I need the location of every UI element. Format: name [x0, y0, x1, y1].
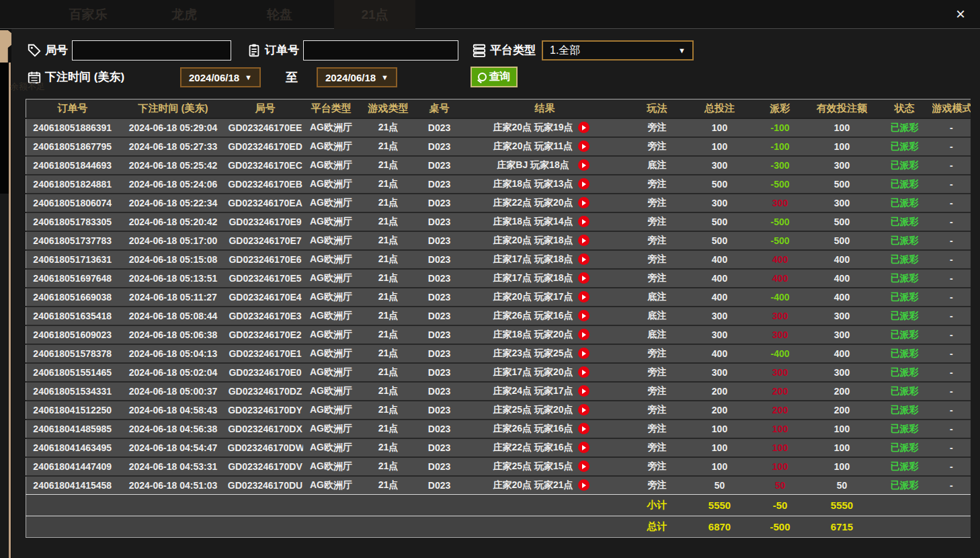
replay-video-icon[interactable] — [578, 479, 589, 491]
cell-round-id: GD023246170E0 — [228, 363, 303, 382]
table-row: 2406180518248812024-06-18 05:24:06GD0232… — [26, 175, 971, 194]
date-to-select[interactable]: 2024/06/18 ▼ — [317, 67, 397, 87]
cell-table-id: D023 — [417, 344, 462, 363]
query-button[interactable]: 查询 — [471, 67, 518, 87]
replay-video-icon[interactable] — [578, 366, 589, 378]
column-header: 状态 — [877, 99, 932, 118]
column-header: 订单号 — [26, 99, 119, 118]
cell-bet-time: 2024-06-18 05:04:13 — [119, 344, 228, 363]
replay-video-icon[interactable] — [578, 385, 589, 397]
cell-game-type: 21点 — [360, 438, 417, 457]
replay-video-icon[interactable] — [578, 291, 589, 303]
cell-result: 庄家22点 玩家20点 — [462, 194, 628, 212]
query-button-label: 查询 — [489, 70, 511, 84]
cell-total-bet: 400 — [686, 288, 753, 307]
replay-video-icon[interactable] — [578, 141, 589, 152]
cell-platform: AG欧洲厅 — [303, 363, 360, 382]
replay-video-icon[interactable] — [578, 348, 589, 359]
cell-total-bet: 100 — [686, 137, 753, 156]
cell-status: 已派彩 — [877, 118, 932, 137]
replay-video-icon[interactable] — [578, 122, 589, 133]
chevron-down-icon: ▼ — [381, 73, 389, 81]
replay-video-icon[interactable] — [578, 404, 589, 415]
cell-result: 庄家20点 玩家19点 — [462, 118, 628, 137]
cell-result: 庄家18点 玩家14点 — [462, 212, 628, 231]
cell-status: 已派彩 — [877, 250, 932, 269]
cell-total-bet: 300 — [686, 325, 753, 344]
replay-video-icon[interactable] — [578, 253, 589, 265]
cell-result: 庄家26点 玩家16点 — [462, 307, 628, 325]
cell-payout: 100 — [753, 457, 807, 476]
cell-play: 旁注 — [628, 269, 686, 288]
cell-result: 庄家22点 玩家16点 — [462, 438, 628, 457]
cell-total-bet: 300 — [686, 156, 753, 175]
replay-video-icon[interactable] — [578, 178, 589, 190]
cell-game-type: 21点 — [360, 156, 417, 175]
cell-result: 庄家25点 玩家20点 — [462, 401, 628, 420]
cell-round-id: GD023246170E2 — [228, 325, 303, 344]
cell-bet-time: 2024-06-18 04:58:43 — [119, 401, 228, 420]
background-tab-bar: 百家乐 龙虎 轮盘 21点 × — [0, 0, 980, 29]
round-id-input[interactable] — [72, 40, 231, 61]
cell-game-mode: - — [932, 194, 971, 212]
platform-type-select[interactable]: 1.全部 ▼ — [542, 40, 694, 61]
cell-game-mode: - — [932, 420, 971, 438]
cell-total-bet: 100 — [686, 118, 753, 137]
replay-video-icon[interactable] — [578, 197, 589, 208]
cell-result: 庄家17点 玩家18点 — [462, 269, 628, 288]
cell-order-id: 240618041485985 — [26, 420, 119, 438]
cell-order-id: 240618051783305 — [26, 212, 119, 231]
replay-video-icon[interactable] — [578, 461, 589, 472]
replay-video-icon[interactable] — [578, 216, 589, 227]
column-header: 游戏模式 — [932, 99, 971, 118]
cell-round-id: GD023246170E6 — [228, 250, 303, 269]
totals-spacer — [26, 516, 628, 538]
table-row: 2406180515343312024-06-18 05:00:37GD0232… — [26, 382, 971, 401]
cell-valid-bet: 300 — [807, 194, 877, 212]
cell-bet-time: 2024-06-18 05:02:04 — [119, 363, 228, 382]
cell-result: 庄家18点 玩家20点 — [462, 325, 628, 344]
order-id-input[interactable] — [303, 40, 458, 61]
cell-payout: -400 — [753, 288, 807, 307]
platform-type-value: 1.全部 — [550, 44, 580, 58]
table-row: 2406180516976482024-06-18 05:13:51GD0232… — [26, 269, 971, 288]
replay-video-icon[interactable] — [578, 329, 589, 340]
replay-video-icon[interactable] — [578, 310, 589, 321]
close-icon[interactable]: × — [950, 4, 971, 24]
cell-payout: 300 — [753, 363, 807, 382]
replay-video-icon[interactable] — [578, 235, 589, 246]
cell-game-mode: - — [932, 307, 971, 325]
cell-play: 底注 — [628, 156, 686, 175]
cell-platform: AG欧洲厅 — [303, 457, 360, 476]
cell-table-id: D023 — [417, 438, 462, 457]
cell-payout: 300 — [753, 307, 807, 325]
cell-game-mode: - — [932, 457, 971, 476]
bet-history-table: 订单号下注时间 (美东)局号平台类型游戏类型桌号结果玩法总投注派彩有效投注额状态… — [26, 99, 971, 538]
cell-table-id: D023 — [417, 194, 462, 212]
cell-order-id: 240618051806074 — [26, 194, 119, 212]
date-from-select[interactable]: 2024/06/18 ▼ — [180, 67, 261, 87]
cell-platform: AG欧洲厅 — [303, 382, 360, 401]
cell-play: 旁注 — [628, 420, 686, 438]
cell-bet-time: 2024-06-18 05:17:00 — [119, 231, 228, 250]
cell-round-id: GD023246170EC — [228, 156, 303, 175]
table-row: 2406180515514652024-06-18 05:02:04GD0232… — [26, 363, 971, 382]
cell-valid-bet: 100 — [807, 438, 877, 457]
cell-game-type: 21点 — [360, 231, 417, 250]
result-text: 庄家20点 玩家21点 — [462, 479, 578, 491]
column-header: 平台类型 — [303, 99, 360, 118]
replay-video-icon[interactable] — [578, 159, 589, 171]
totals-row: 小计5550-505550 — [26, 495, 971, 516]
cell-payout: -100 — [753, 118, 807, 137]
replay-video-icon[interactable] — [578, 423, 589, 434]
cell-bet-time: 2024-06-18 05:27:33 — [119, 137, 228, 156]
replay-video-icon[interactable] — [578, 442, 589, 453]
table-row: 2406180518863912024-06-18 05:29:04GD0232… — [26, 118, 971, 137]
replay-video-icon[interactable] — [578, 272, 589, 284]
cell-order-id: 240618051824881 — [26, 175, 119, 194]
cell-bet-time: 2024-06-18 05:06:38 — [119, 325, 228, 344]
cell-platform: AG欧洲厅 — [303, 118, 360, 137]
cell-valid-bet: 400 — [807, 250, 877, 269]
cell-payout: 200 — [753, 401, 807, 420]
totals-label: 小计 — [628, 495, 686, 516]
